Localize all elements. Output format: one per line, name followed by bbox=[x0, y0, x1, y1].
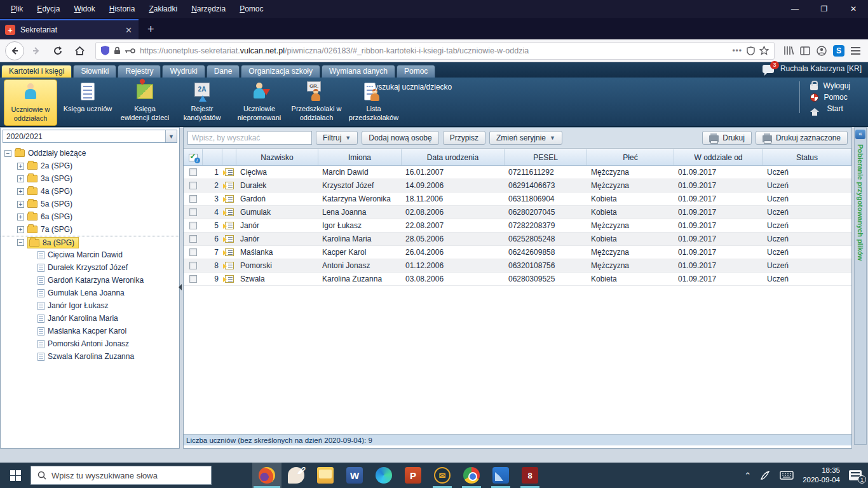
taskbar-edge[interactable] bbox=[369, 463, 398, 488]
tree-root-oddzialy-biezace[interactable]: − Oddziały bieżące bbox=[1, 147, 179, 159]
cell-nazwisko[interactable]: Gumulak bbox=[236, 208, 318, 217]
table-row[interactable]: 5 Janór Igor Łukasz 22.08.2007 072822083… bbox=[184, 219, 851, 233]
account-icon[interactable] bbox=[817, 46, 827, 56]
filter-button[interactable]: Filtruj▼ bbox=[316, 131, 358, 145]
table-row[interactable]: 9 Szwala Karolina Zuzanna 03.08.2006 062… bbox=[184, 273, 851, 286]
expand-panel-button[interactable]: « bbox=[855, 130, 865, 139]
select-all-header[interactable]: i bbox=[184, 149, 203, 165]
table-row[interactable]: 8 Pomorski Antoni Jonasz 01.12.2006 0632… bbox=[184, 259, 851, 273]
column-header[interactable]: Płeć bbox=[587, 149, 674, 165]
menu-item[interactable]: Widok bbox=[68, 3, 100, 15]
tree-student-item[interactable]: Pomorski Antoni Jonasz bbox=[1, 337, 179, 350]
taskbar-clock[interactable]: 18:35 2020-09-04 bbox=[803, 466, 840, 485]
table-row[interactable]: 7 Maślanka Kacper Karol 26.04.2006 06242… bbox=[184, 246, 851, 259]
menu-item[interactable]: Pomoc bbox=[234, 3, 269, 15]
taskbar-chrome[interactable] bbox=[457, 463, 486, 488]
tree-class-item[interactable]: + 6a (SPG) bbox=[1, 210, 179, 223]
cell-nazwisko[interactable]: Szwala bbox=[236, 274, 318, 283]
cell-nazwisko[interactable]: Janór bbox=[236, 221, 318, 230]
column-header[interactable]: Nazwisko bbox=[236, 149, 318, 165]
ribbon-tab[interactable]: Kartoteki i księgi bbox=[1, 65, 72, 78]
column-header[interactable]: Imiona bbox=[318, 149, 402, 165]
tray-chevron-icon[interactable]: ⌃ bbox=[744, 471, 751, 480]
grid-search-input[interactable] bbox=[187, 131, 312, 145]
help-button[interactable]: Pomoc bbox=[810, 93, 850, 102]
pocket-icon[interactable] bbox=[747, 46, 755, 55]
cell-nazwisko[interactable]: Gardoń bbox=[236, 194, 318, 203]
taskbar-explorer[interactable] bbox=[311, 463, 340, 488]
row-checkbox[interactable] bbox=[189, 195, 197, 203]
row-checkbox[interactable] bbox=[189, 168, 197, 176]
ribbon-button-ksiega-ewidencji[interactable]: Księga ewidencji dzieci bbox=[118, 79, 172, 125]
table-row[interactable]: 3 Gardoń Katarzyna Weronika 18.11.2006 0… bbox=[184, 193, 851, 206]
row-checkbox[interactable] bbox=[189, 248, 197, 256]
url-bar[interactable]: https://uonetplus-sekretariat.vulcan.net… bbox=[95, 42, 775, 60]
tracking-shield-icon[interactable] bbox=[101, 46, 109, 55]
menu-hamburger-icon[interactable] bbox=[851, 45, 860, 57]
tree-class-item[interactable]: + 4a (SPG) bbox=[1, 185, 179, 198]
student-card-icon[interactable] bbox=[225, 235, 234, 243]
row-checkbox[interactable] bbox=[189, 182, 197, 189]
menu-item[interactable]: Plik bbox=[5, 3, 29, 15]
cell-nazwisko[interactable]: Maślanka bbox=[236, 248, 318, 257]
action-center-icon[interactable]: 1 bbox=[849, 470, 862, 480]
ribbon-tab[interactable]: Słowniki bbox=[73, 65, 116, 78]
ribbon-tab[interactable]: Organizacja szkoły bbox=[241, 65, 320, 78]
column-header[interactable]: W oddziale od bbox=[674, 149, 763, 165]
ribbon-button-rejestr-kandydatow[interactable]: 2A Rejestr kandydatów bbox=[175, 79, 229, 125]
ribbon-tab[interactable]: Dane bbox=[207, 65, 240, 78]
tree-class-item[interactable]: + 3a (SPG) bbox=[1, 172, 179, 185]
row-checkbox[interactable] bbox=[189, 262, 197, 269]
student-card-icon[interactable] bbox=[225, 275, 234, 283]
expand-plus-icon[interactable]: + bbox=[17, 188, 24, 195]
back-button[interactable] bbox=[5, 41, 24, 60]
logout-button[interactable]: Wyloguj bbox=[810, 81, 850, 90]
ribbon-button-ksiega-uczniow[interactable]: Księga uczniów bbox=[61, 79, 114, 124]
cell-nazwisko[interactable]: Janór bbox=[236, 234, 318, 243]
new-tab-button[interactable]: + bbox=[139, 23, 163, 39]
restore-button[interactable]: ❐ bbox=[810, 0, 839, 18]
student-card-icon[interactable] bbox=[225, 182, 234, 189]
ribbon-button-uczniowie-w-oddzialach[interactable]: Uczniowie w oddziałach bbox=[4, 79, 57, 126]
student-search-hint[interactable]: Wyszukaj ucznia/dziecko bbox=[367, 83, 452, 92]
column-header[interactable]: Status bbox=[763, 149, 851, 165]
skype-extension-icon[interactable]: S bbox=[833, 45, 844, 57]
tree-student-item[interactable]: Gumulak Lena Joanna bbox=[1, 287, 179, 299]
table-row[interactable]: 4 Gumulak Lena Joanna 02.08.2006 0628020… bbox=[184, 206, 851, 219]
bulk-edit-button[interactable]: Zmień seryjnie▼ bbox=[489, 131, 562, 145]
expand-plus-icon[interactable]: + bbox=[17, 201, 24, 208]
url-text[interactable]: https://uonetplus-sekretariat.vulcan.net… bbox=[140, 46, 728, 55]
close-button[interactable]: ✕ bbox=[839, 0, 868, 18]
tree-student-item[interactable]: Gardoń Katarzyna Weronika bbox=[1, 274, 179, 287]
taskbar-powerpoint[interactable]: P bbox=[398, 463, 428, 488]
table-row[interactable]: 1 Cięciwa Marcin Dawid 16.01.2007 072116… bbox=[184, 166, 851, 179]
row-checkbox[interactable] bbox=[189, 235, 197, 243]
expand-plus-icon[interactable]: + bbox=[17, 214, 24, 220]
ribbon-button-przedszkolaki[interactable]: GR. 5 Przedszkolaki w oddziałach bbox=[290, 79, 343, 125]
assign-button[interactable]: Przypisz bbox=[443, 131, 485, 145]
row-checkbox[interactable] bbox=[189, 208, 197, 216]
menu-item[interactable]: Edycja bbox=[31, 3, 65, 15]
student-card-icon[interactable] bbox=[225, 222, 234, 229]
cell-nazwisko[interactable]: Cięciwa bbox=[236, 168, 318, 177]
tree-student-item[interactable]: Cięciwa Marcin Dawid bbox=[1, 248, 179, 261]
column-header[interactable]: Data urodzenia bbox=[402, 149, 505, 165]
taskbar-psp8[interactable]: 8 bbox=[515, 463, 545, 488]
student-card-icon[interactable] bbox=[225, 208, 234, 216]
cell-nazwisko[interactable]: Pomorski bbox=[236, 261, 318, 270]
print-selected-button[interactable]: Drukuj zaznaczone bbox=[756, 131, 848, 145]
row-checkbox[interactable] bbox=[189, 222, 197, 229]
collapse-panel-arrow-icon[interactable] bbox=[175, 284, 182, 290]
sidebar-toggle-icon[interactable] bbox=[800, 46, 810, 55]
taskbar-paint[interactable] bbox=[281, 463, 311, 488]
taskbar-search[interactable]: Wpisz tu wyszukiwane słowa bbox=[31, 466, 212, 485]
taskbar-word[interactable]: W bbox=[340, 463, 369, 488]
tab-close-icon[interactable]: ✕ bbox=[124, 25, 133, 35]
tree-class-item[interactable]: + 2a (SPG) bbox=[1, 159, 179, 172]
ribbon-tab[interactable]: Rejestry bbox=[118, 65, 161, 78]
tree-class-item-selected[interactable]: − 8a (SPG) bbox=[1, 236, 179, 248]
collapse-minus-icon[interactable]: − bbox=[17, 239, 24, 246]
reload-button[interactable] bbox=[48, 41, 67, 60]
start-menu-button[interactable] bbox=[0, 463, 31, 488]
tree-class-item[interactable]: + 7a (SPG) bbox=[1, 223, 179, 236]
